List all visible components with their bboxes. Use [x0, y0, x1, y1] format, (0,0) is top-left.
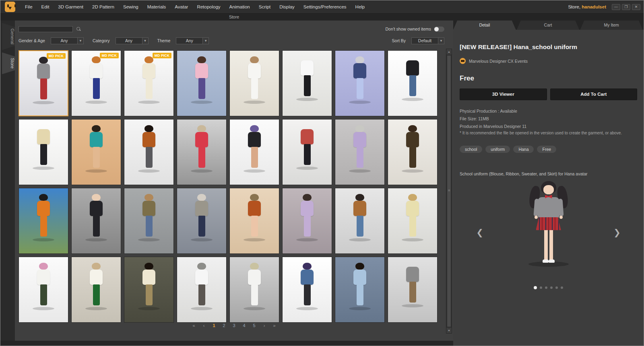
username-link[interactable]: hanadulset [582, 4, 606, 9]
carousel-dot-4[interactable] [550, 286, 553, 289]
store-item-black-maxi-dress[interactable] [282, 50, 332, 116]
tab-detail[interactable]: Detail [453, 21, 516, 30]
tag-uniform[interactable]: uniform [485, 146, 510, 153]
menu-item-display[interactable]: Display [275, 3, 299, 11]
thumb-torso [195, 63, 208, 78]
filter-dropdown-theme[interactable]: Any▼ [176, 37, 209, 44]
store-item-hana-school-uniform[interactable]: MD PICK [19, 50, 68, 116]
store-item-sun-hat-tank[interactable] [229, 257, 279, 323]
scroll-up-icon[interactable]: ▲ [446, 49, 452, 54]
store-item-cami-green-pants[interactable] [71, 257, 121, 323]
md-pick-badge: MD PICK [153, 53, 171, 58]
store-item-denim-crop-black-pants[interactable] [282, 257, 332, 323]
store-item-metallic-crop-jacket[interactable] [177, 188, 227, 254]
restore-button[interactable]: ❐ [622, 4, 630, 10]
store-item-cream-crop-hoodie[interactable]: MD PICK [124, 50, 174, 116]
thumb-hair [355, 56, 364, 63]
store-item-brown-ruched-shirt[interactable] [335, 188, 385, 254]
carousel-dot-3[interactable] [545, 286, 547, 289]
page-2[interactable]: 2 [222, 323, 227, 328]
tab-cart[interactable]: Cart [517, 21, 580, 30]
item-thumbnail [19, 194, 68, 253]
thumb-torso [90, 201, 103, 216]
filter-dropdown-category[interactable]: Any▼ [116, 37, 149, 44]
tag-hana[interactable]: Hana [513, 146, 534, 153]
tab-my-item[interactable]: My Item [580, 21, 643, 30]
menu-item-avatar[interactable]: Avatar [171, 3, 192, 11]
page-first[interactable]: « [192, 323, 196, 328]
store-item-blue-hoodie-set[interactable] [335, 257, 385, 323]
store-item-cardigan-glitter-pants[interactable] [335, 50, 385, 116]
store-item-red-lingerie[interactable] [177, 119, 227, 185]
search-icon[interactable] [76, 27, 81, 31]
tag-free[interactable]: Free [537, 146, 556, 153]
store-item-black-smocked-dress[interactable] [71, 188, 121, 254]
menu-item-help[interactable]: Help [351, 3, 369, 11]
grid-scrollbar[interactable]: ▲ ▼ [446, 49, 452, 334]
store-item-plaid-blazer[interactable] [282, 119, 332, 185]
store-item-orange-bomber[interactable] [124, 119, 174, 185]
owned-toggle-label: Don't show owned items [386, 27, 431, 31]
store-item-white-tee-shorts[interactable] [229, 50, 279, 116]
menu-item-materials[interactable]: Materials [143, 3, 170, 11]
carousel-next-icon[interactable]: ❯ [613, 228, 621, 237]
page-4[interactable]: 4 [242, 323, 247, 328]
store-item-teal-ruffle-dress[interactable] [71, 119, 121, 185]
publisher-row[interactable]: Marvelous Designer CX Events [460, 58, 637, 64]
menu-item-file[interactable]: File [21, 3, 37, 11]
store-item-khaki-hoodie-duo[interactable] [124, 188, 174, 254]
sidebar-tab-general[interactable]: General [2, 23, 15, 50]
chevron-down-icon: ▼ [142, 38, 148, 44]
menu-item-sewing[interactable]: Sewing [119, 3, 142, 11]
menu-item-3d-garment[interactable]: 3D Garment [54, 3, 87, 11]
page-1[interactable]: 1 [212, 323, 217, 328]
thumb-torso [248, 132, 261, 147]
store-item-knit-crop-brown-pants[interactable] [388, 257, 438, 323]
thumb-torso [248, 270, 261, 285]
minimize-button[interactable]: — [612, 4, 620, 10]
sort-dropdown[interactable]: Default▼ [411, 37, 444, 44]
store-item-lilac-tank-shorts[interactable] [282, 188, 332, 254]
store-item-bucket-hat-plaid-pants[interactable] [177, 257, 227, 323]
store-item-squid-game-doll[interactable] [19, 188, 68, 254]
carousel-dot-2[interactable] [540, 286, 542, 289]
menu-item-edit[interactable]: Edit [37, 3, 54, 11]
carousel-dot-6[interactable] [561, 286, 563, 289]
search-input[interactable] [19, 26, 73, 32]
store-item-bat-costume[interactable] [388, 119, 438, 185]
page-prev[interactable]: ‹ [202, 323, 206, 328]
store-item-yellow-offshoulder-dress[interactable] [388, 188, 438, 254]
page-next[interactable]: › [262, 323, 267, 328]
store-item-striped-shirt-black-jeans[interactable] [19, 119, 68, 185]
menu-item-2d-pattern[interactable]: 2D Pattern [88, 3, 118, 11]
store-item-sports-jersey[interactable]: MD PICK [71, 50, 121, 116]
scrollbar-thumb[interactable] [447, 55, 451, 327]
store-item-rust-satin-dress[interactable] [229, 188, 279, 254]
menu-item-retopology[interactable]: Retopology [193, 3, 224, 11]
menu-item-animation[interactable]: Animation [225, 3, 254, 11]
menu-item-settings-preferences[interactable]: Settings/Preferences [299, 3, 351, 11]
scroll-down-icon[interactable]: ▼ [446, 328, 452, 333]
3d-viewer-button[interactable]: 3D Viewer [460, 89, 547, 100]
store-item-pink-hair-school-look[interactable] [19, 257, 68, 323]
close-button[interactable]: ✕ [632, 4, 640, 10]
owned-toggle[interactable] [434, 27, 444, 32]
add-to-cart-button[interactable]: Add To Cart [550, 89, 638, 100]
sidebar-tab-store[interactable]: Store [2, 52, 15, 74]
carousel-dot-5[interactable] [555, 286, 558, 289]
menu-item-script[interactable]: Script [255, 3, 275, 11]
thumb-legs [93, 216, 100, 237]
store-item-oversized-tee-shorts[interactable] [124, 257, 174, 323]
item-thumbnail [19, 57, 68, 115]
carousel-dot-1[interactable] [534, 286, 537, 289]
carousel-prev-icon[interactable]: ❮ [476, 228, 484, 237]
page-5[interactable]: 5 [252, 323, 257, 328]
page-last[interactable]: » [272, 323, 277, 328]
store-item-lavender-dress[interactable] [335, 119, 385, 185]
store-item-leather-jacket-jeans[interactable] [388, 50, 438, 116]
page-3[interactable]: 3 [232, 323, 237, 328]
store-item-black-windbreaker[interactable] [229, 119, 279, 185]
filter-dropdown-gender-age[interactable]: Any▼ [51, 37, 84, 44]
tag-school[interactable]: school [460, 146, 482, 153]
store-item-pink-top-purple-shorts[interactable] [177, 50, 227, 116]
